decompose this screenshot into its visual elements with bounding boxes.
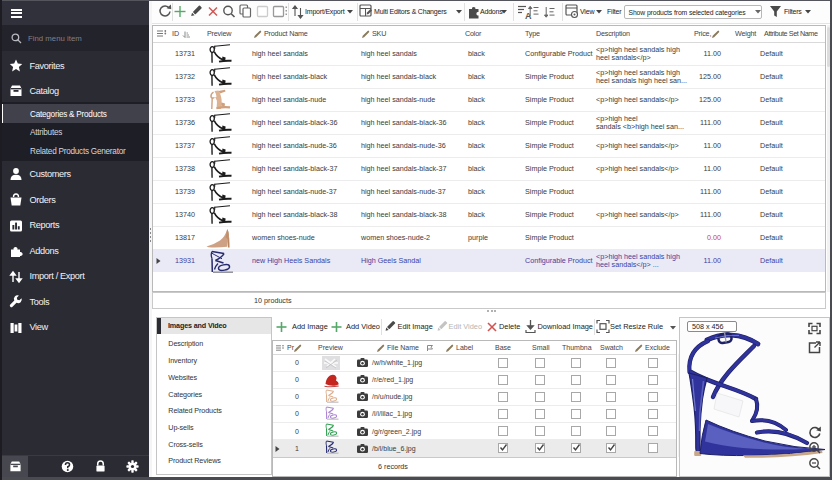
svg-text:A: A [525,11,532,21]
